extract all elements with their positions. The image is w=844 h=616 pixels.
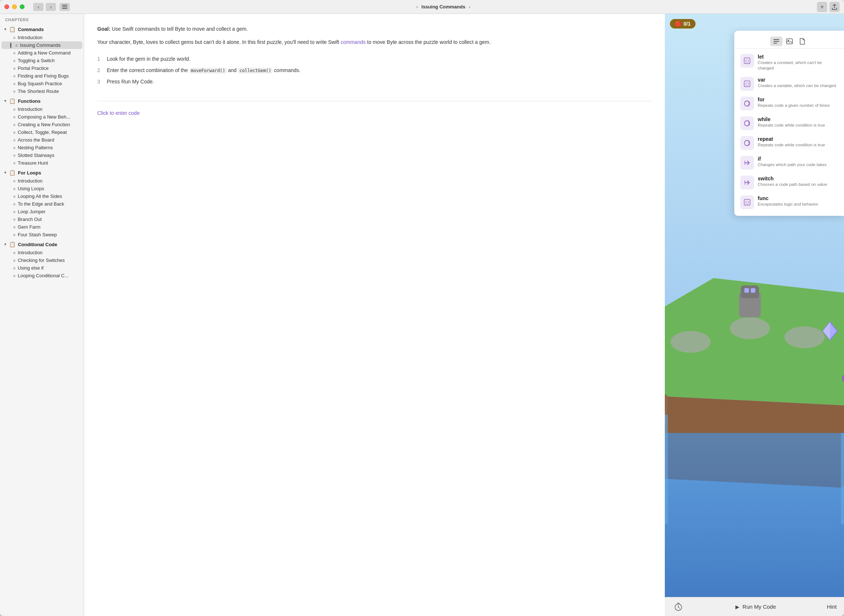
sidebar-item-functions-intro[interactable]: ≡ Introduction xyxy=(1,106,82,113)
item-label-l6: Gem Farm xyxy=(18,224,40,230)
ref-item-func[interactable]: {} func Encapsulates logic and behavior xyxy=(737,192,842,212)
sidebar-item-portal[interactable]: ≡ Portal Practice xyxy=(1,65,82,72)
ref-desc-repeat: Repeats code while condition is true xyxy=(758,142,838,148)
sidebar-item-bug-squash[interactable]: ≡ Bug Squash Practice xyxy=(1,80,82,87)
sidebar-item-creating-function[interactable]: ≡ Creating a New Function xyxy=(1,121,82,128)
goal-paragraph: Goal: Use Swift commands to tell Byte to… xyxy=(97,25,652,33)
sidebar-item-toggling[interactable]: ≡ Toggling a Switch xyxy=(1,57,82,65)
ref-tab-file[interactable] xyxy=(796,37,808,46)
sidebar-item-using-loops[interactable]: ≡ Using Loops xyxy=(1,185,82,192)
add-button[interactable]: + xyxy=(817,2,827,12)
sidebar-item-commands-introduction[interactable]: ≡ Introduction xyxy=(1,34,82,41)
ref-item-while[interactable]: while Repeats code while condition is tr… xyxy=(737,113,842,133)
chapter-title-conditional[interactable]: ▼ 📋 Conditional Code xyxy=(0,240,84,249)
svg-rect-1 xyxy=(62,7,67,7)
ref-icon-switch xyxy=(740,176,754,189)
ref-desc-var: Creates a variable, which can be changed xyxy=(758,83,838,88)
step-text-1: Look for the gem in the puzzle world. xyxy=(107,55,190,63)
ref-tab-image[interactable] xyxy=(783,37,796,46)
ref-content-repeat: repeat Repeats code while condition is t… xyxy=(758,136,838,148)
commands-link[interactable]: commands xyxy=(341,39,366,45)
ref-content-switch: switch Chooses a code path based on valu… xyxy=(758,176,838,187)
ref-item-switch[interactable]: switch Chooses a code path based on valu… xyxy=(737,173,842,192)
item-label-l2: Looping All the Sides xyxy=(18,194,62,199)
sidebar-item-slotted[interactable]: ≡ Slotted Stairways xyxy=(1,151,82,159)
sidebar-item-looping-conditional[interactable]: ≡ Looping Conditional C... xyxy=(1,272,82,279)
ref-icon-while xyxy=(740,116,754,130)
sidebar-item-conditional-intro[interactable]: ≡ Introduction xyxy=(1,249,82,257)
item-label-6: Bug Squash Practice xyxy=(18,81,62,87)
sidebar-item-gem-farm[interactable]: ≡ Gem Farm xyxy=(1,223,82,231)
chapter-title-for-loops[interactable]: ▼ 📋 For Loops xyxy=(0,168,84,177)
body-text-2: to move Byte across the puzzle world to … xyxy=(366,39,491,45)
ref-item-repeat[interactable]: repeat Repeats code while condition is t… xyxy=(737,133,842,153)
sidebar-item-four-stash[interactable]: ≡ Four Stash Sweep xyxy=(1,231,82,239)
enter-code-link[interactable]: Click to enter code xyxy=(97,110,652,116)
caret-commands: ▼ xyxy=(4,28,7,31)
step-text-3: Press Run My Code. xyxy=(107,78,154,86)
sidebar-item-treasure[interactable]: ≡ Treasure Hunt xyxy=(1,159,82,167)
item-icon-2: ≡ xyxy=(13,51,15,55)
sidebar-item-nesting[interactable]: ≡ Nesting Patterns xyxy=(1,144,82,151)
chapter-items-for-loops: ≡ Introduction ≡ Using Loops ≡ Looping A… xyxy=(0,177,84,239)
sidebar-item-collect-toggle[interactable]: ≡ Collect, Toggle, Repeat xyxy=(1,128,82,136)
step-num-1: 1 xyxy=(97,55,103,63)
sidebar-item-adding-command[interactable]: ≡ Adding a New Command xyxy=(1,49,82,57)
sidebar-item-else-if[interactable]: ≡ Using else if xyxy=(1,264,82,272)
chapter-title-commands[interactable]: ▼ 📋 Commands xyxy=(0,25,84,34)
ref-name-for: for xyxy=(758,97,838,103)
titlebar: ‹ › ‹ Issuing Commands › + xyxy=(0,0,844,14)
item-label-f7: Treasure Hunt xyxy=(18,160,48,166)
ref-tab-text[interactable] xyxy=(770,37,782,46)
ref-item-if[interactable]: if Changes which path your code takes xyxy=(737,153,842,173)
step-1: 1 Look for the gem in the puzzle world. xyxy=(97,55,652,63)
ref-item-var[interactable]: {} var Creates a variable, which can be … xyxy=(737,74,842,94)
sidebar-item-looping-all-sides[interactable]: ≡ Looping All the Sides xyxy=(1,192,82,200)
svg-point-18 xyxy=(784,326,825,348)
sidebar-item-composing[interactable]: ≡ Composing a New Beh... xyxy=(1,113,82,121)
ref-item-for[interactable]: for Repeats code a given number of times xyxy=(737,94,842,113)
back-button[interactable]: ‹ xyxy=(33,3,44,11)
score-gem-icon: 🔴 xyxy=(675,21,681,27)
chapter-items-conditional: ≡ Introduction ≡ Checking for Switches ≡… xyxy=(0,249,84,279)
sidebar-item-loops-intro[interactable]: ≡ Introduction xyxy=(1,177,82,185)
item-label-3: Toggling a Switch xyxy=(18,58,54,63)
item-label-7: The Shortest Route xyxy=(18,88,59,94)
svg-rect-0 xyxy=(62,5,67,6)
minimize-button[interactable] xyxy=(12,4,17,9)
chapter-items-commands: ≡ Introduction ≡ Issuing Commands ≡ Addi… xyxy=(0,34,84,95)
content-divider xyxy=(97,101,652,101)
chapter-items-functions: ≡ Introduction ≡ Composing a New Beh... … xyxy=(0,106,84,167)
ref-item-let[interactable]: {} let Creates a constant, which can't b… xyxy=(737,51,842,74)
item-label-c1: Checking for Switches xyxy=(18,258,65,263)
body-text-1: Your character, Byte, loves to collect g… xyxy=(97,39,341,45)
ref-content-if: if Changes which path your code takes xyxy=(758,156,838,167)
run-my-code-button[interactable]: ▶ Run My Code xyxy=(736,604,776,610)
game-view: 🔴 0/1 xyxy=(665,14,844,597)
share-button[interactable] xyxy=(829,2,840,12)
item-icon-7: ≡ xyxy=(13,89,15,94)
sidebar-item-loop-jumper[interactable]: ≡ Loop Jumper xyxy=(1,208,82,216)
svg-rect-21 xyxy=(744,288,749,293)
close-button[interactable] xyxy=(4,4,9,9)
sidebar-item-branch-out[interactable]: ≡ Branch Out xyxy=(1,216,82,223)
chapter-title-functions[interactable]: ▼ 📋 Functions xyxy=(0,97,84,106)
sidebar-item-shortest-route[interactable]: ≡ The Shortest Route xyxy=(1,87,82,95)
goal-text: Use Swift commands to tell Byte to move … xyxy=(112,26,248,32)
sidebar-item-checking-switches[interactable]: ≡ Checking for Switches xyxy=(1,257,82,264)
chapter-icon-functions: 📋 xyxy=(9,98,15,104)
sidebar-item-to-edge[interactable]: ≡ To the Edge and Back xyxy=(1,200,82,208)
sidebar-item-across-board[interactable]: ≡ Across the Board xyxy=(1,136,82,144)
item-label-l5: Branch Out xyxy=(18,217,42,222)
sidebar-item-issuing-commands[interactable]: ≡ Issuing Commands xyxy=(1,41,82,49)
title-back-arrow: ‹ xyxy=(416,4,418,10)
svg-rect-27 xyxy=(774,41,779,42)
sidebar-toggle-button[interactable] xyxy=(60,3,70,11)
forward-button[interactable]: › xyxy=(46,3,56,11)
sidebar-item-finding-bugs[interactable]: ≡ Finding and Fixing Bugs xyxy=(1,72,82,80)
hint-button[interactable]: Hint xyxy=(827,604,837,610)
timer-button[interactable] xyxy=(672,601,684,613)
maximize-button[interactable] xyxy=(20,4,25,9)
ref-icon-if xyxy=(740,156,754,170)
main-layout: Chapters ▼ 📋 Commands ≡ Introduction ≡ xyxy=(0,14,844,616)
